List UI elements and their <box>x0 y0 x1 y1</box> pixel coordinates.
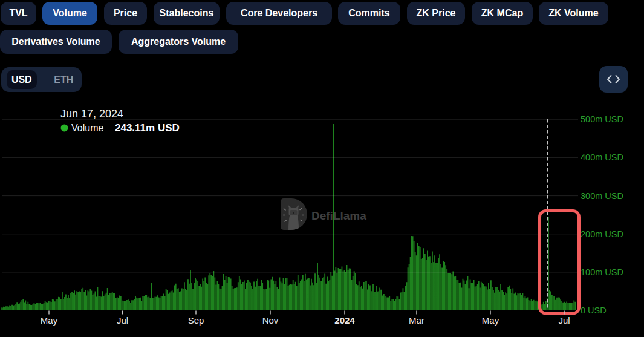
svg-text:200m USD: 200m USD <box>581 229 623 239</box>
svg-text:0 USD: 0 USD <box>581 306 607 315</box>
svg-text:DefiLlama: DefiLlama <box>311 209 366 222</box>
svg-text:243.11m USD: 243.11m USD <box>115 122 180 134</box>
svg-text:Nov: Nov <box>262 315 279 326</box>
svg-text:Mar: Mar <box>409 315 424 326</box>
svg-text:May: May <box>41 315 58 326</box>
svg-text:Volume: Volume <box>71 123 103 133</box>
svg-text:400m USD: 400m USD <box>581 152 623 162</box>
svg-text:Jul: Jul <box>117 315 128 326</box>
svg-text:Jul: Jul <box>558 315 570 326</box>
svg-text:May: May <box>482 315 499 326</box>
svg-text:300m USD: 300m USD <box>581 191 623 201</box>
svg-text:Jun 17, 2024: Jun 17, 2024 <box>60 108 123 120</box>
svg-text:2024: 2024 <box>334 315 355 326</box>
svg-text:Sep: Sep <box>188 315 204 326</box>
svg-text:100m USD: 100m USD <box>581 267 623 277</box>
svg-text:500m USD: 500m USD <box>581 114 623 124</box>
